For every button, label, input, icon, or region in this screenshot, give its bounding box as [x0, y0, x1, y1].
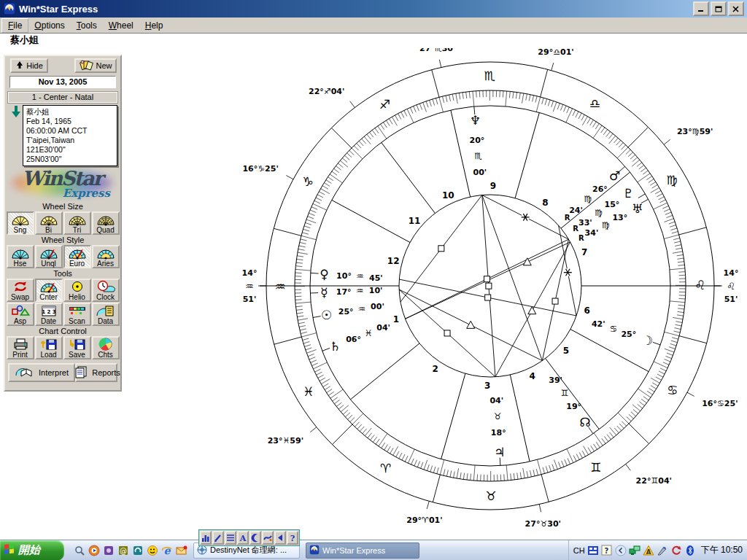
euro-button[interactable]: Euro: [63, 245, 91, 268]
pencil-tool-button[interactable]: [212, 531, 224, 545]
tray-sync-icon[interactable]: [670, 545, 682, 556]
scan-button[interactable]: Scan: [63, 303, 91, 326]
chts-label: Chts: [98, 351, 113, 359]
quicklaunch-messenger-icon[interactable]: [131, 544, 144, 556]
planet-venus-min: 45': [369, 273, 383, 283]
house-number-10: 10: [442, 190, 454, 201]
destinynet-title: DestinyNet 命理網: ...: [210, 545, 287, 556]
reports-button[interactable]: Reports: [75, 363, 117, 382]
tray-network-icon[interactable]: [629, 545, 640, 556]
menu-item-file[interactable]: File: [1, 18, 28, 33]
quicklaunch-app-purple-icon[interactable]: [102, 544, 115, 556]
planet-node-sign: ♊: [561, 388, 569, 398]
new-button[interactable]: New: [74, 58, 117, 73]
menu-item-help[interactable]: Help: [139, 19, 169, 32]
planet-saturn-min: 04': [376, 323, 390, 332]
quicklaunch-internet-explorer-icon[interactable]: e: [160, 544, 173, 556]
tray-ime-icon[interactable]: [587, 545, 599, 556]
cusp-10-label: 27°♏30': [419, 48, 455, 53]
helio-button[interactable]: Helio: [63, 279, 91, 302]
tray-pointer-icon[interactable]: [657, 545, 668, 556]
house-number-3: 3: [484, 381, 490, 391]
cusp-dsc-min: 51': [724, 295, 738, 304]
start-button[interactable]: 開始: [0, 540, 64, 560]
hse-button[interactable]: Hse: [7, 245, 34, 268]
tri-button[interactable]: Tri: [63, 211, 91, 235]
planet-neptune-sign: ♏: [475, 151, 483, 161]
planet-mars-deg: 26°: [592, 184, 608, 194]
house-number-6: 6: [584, 306, 590, 316]
text-tool-button[interactable]: A: [237, 531, 249, 545]
clock-button[interactable]: Clock: [92, 279, 120, 302]
quicklaunch-mail-at-icon[interactable]: @: [117, 544, 129, 556]
quicklaunch-media-player-icon[interactable]: [88, 544, 100, 556]
moon-tool-button[interactable]: [249, 531, 261, 545]
quicklaunch-search-icon[interactable]: [73, 544, 85, 556]
sng-button[interactable]: Sng: [7, 211, 34, 235]
planet-moon-sign: ♋: [610, 324, 618, 334]
minimize-button[interactable]: [693, 1, 709, 16]
sign-sagittarius: ♐: [379, 97, 390, 112]
data-button[interactable]: Data: [92, 303, 120, 326]
tray-bluetooth-icon[interactable]: [684, 545, 696, 556]
planet-mars-retrograde: R: [565, 214, 570, 222]
hide-label: Hide: [26, 61, 43, 70]
chts-icon: [97, 338, 115, 351]
quicklaunch-mail-alert-icon[interactable]: [175, 544, 187, 556]
house-number-2: 2: [433, 364, 438, 374]
bi-button[interactable]: Bi: [35, 211, 63, 235]
list-tool-button[interactable]: [225, 531, 236, 545]
cusp-3-label: 29°♈01': [406, 516, 442, 525]
dropdown-arrow-icon[interactable]: [11, 105, 21, 118]
chts-button[interactable]: Chts: [92, 336, 120, 359]
tray-chevron-icon[interactable]: [615, 545, 627, 556]
interpret-icon: [15, 365, 36, 380]
info-name: 蔡小姐: [26, 107, 114, 117]
aries-button[interactable]: Aries: [92, 245, 120, 268]
reports-label: Reports: [92, 368, 120, 377]
unql-button[interactable]: Unql: [35, 245, 63, 268]
interpret-button[interactable]: Interpret: [8, 363, 75, 382]
save-button[interactable]: Save: [63, 336, 91, 359]
winstar-title: Win*Star Express: [322, 546, 385, 555]
tray-help-icon[interactable]: ?: [601, 545, 613, 556]
hand-tool-button[interactable]: [262, 531, 274, 545]
close-button[interactable]: [728, 1, 744, 16]
asp-button[interactable]: Asp: [7, 303, 34, 326]
save-icon: [68, 338, 87, 351]
planet-mercury-min: 10': [369, 286, 383, 295]
house-number-1: 1: [393, 314, 399, 324]
cusp-asc-sign: ♒: [245, 281, 254, 292]
planet-uranus-sign: ♍: [602, 220, 610, 230]
svg-text:?: ?: [605, 547, 609, 555]
load-button[interactable]: Load: [35, 336, 63, 359]
swap-icon: [12, 280, 29, 293]
date-button[interactable]: 1 2 3Date: [35, 303, 63, 326]
wheel-tool-button[interactable]: [200, 531, 212, 545]
cnter-button[interactable]: Cnter: [35, 279, 63, 302]
language-indicator[interactable]: CH: [573, 546, 585, 555]
print-button[interactable]: Print: [7, 336, 34, 359]
quicklaunch-smiley-icon[interactable]: [146, 544, 158, 556]
back-tool-button[interactable]: [274, 531, 286, 545]
aspect-square-neptune-sun: [438, 246, 444, 252]
help-tool-button[interactable]: ?: [287, 531, 298, 545]
interpret-label: Interpret: [39, 368, 69, 377]
swap-button[interactable]: Swap: [7, 279, 34, 302]
load-label: Load: [40, 351, 56, 359]
hide-button[interactable]: Hide: [10, 58, 48, 73]
menu-item-options[interactable]: Options: [28, 19, 70, 32]
cusp-2-label: 23°♓59': [268, 436, 303, 446]
menu-item-tools[interactable]: Tools: [71, 19, 103, 32]
quad-button[interactable]: Quad: [92, 211, 120, 235]
tray-alert-icon[interactable]: A: [643, 545, 654, 556]
chart-selector[interactable]: 1 - Center - Natal: [7, 91, 118, 104]
date-display[interactable]: Nov 13, 2005: [9, 76, 116, 88]
restore-button[interactable]: [711, 1, 727, 16]
aspect-square-venus-moon: [485, 295, 491, 300]
menu-item-wheel[interactable]: Wheel: [103, 19, 139, 32]
taskbar-window-winstar[interactable]: Win*Star Express: [306, 542, 419, 559]
sign-pisces: ♓: [303, 384, 314, 399]
planet-pluto-glyph: ♇: [623, 186, 634, 201]
window-title: Win*Star Express: [19, 4, 693, 15]
